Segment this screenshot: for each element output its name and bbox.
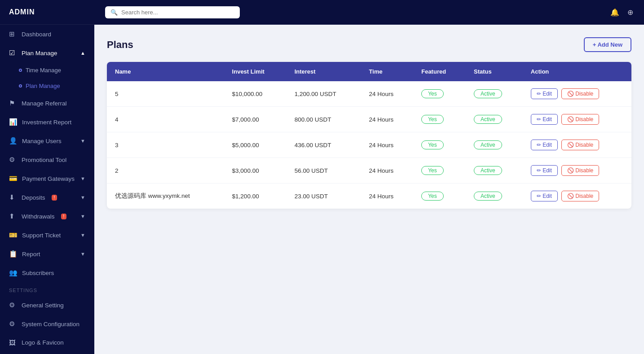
sidebar-label-logo-favicon: Logo & Favicon [22, 339, 64, 346]
sidebar-label-withdrawals: Withdrawals [22, 213, 55, 220]
action-buttons: ✏ Edit 🚫 Disable [531, 165, 623, 176]
sidebar-label-system-configuration: System Configuration [22, 321, 79, 328]
status-badge: Active [474, 115, 502, 124]
status-badge: Active [474, 89, 502, 98]
cell-action: ✏ Edit 🚫 Disable [523, 132, 631, 158]
disable-button[interactable]: 🚫 Disable [561, 140, 599, 150]
sidebar-label-payment-gateways: Payment Gateways [22, 175, 75, 182]
logo-text: ADMIN [9, 8, 35, 16]
edit-button[interactable]: ✏ Edit [531, 140, 558, 150]
search-input[interactable] [121, 9, 229, 16]
withdrawals-chevron: ▼ [80, 214, 85, 219]
disable-button[interactable]: 🚫 Disable [561, 191, 599, 201]
edit-button[interactable]: ✏ Edit [531, 165, 558, 176]
featured-badge: Yes [421, 89, 444, 98]
col-time: Time [361, 62, 414, 81]
cell-invest-limit: $1,200.00 [224, 184, 287, 209]
plans-table: Name Invest Limit Interest Time Featured… [107, 62, 631, 209]
page-title: Plans [107, 39, 133, 51]
cell-status: Active [466, 184, 523, 209]
sidebar-item-manage-referral[interactable]: ⚑ Manage Referral [0, 94, 94, 113]
search-box[interactable]: 🔍 [105, 6, 240, 18]
cell-interest: 23.00 USDT [287, 184, 361, 209]
cell-time: 24 Hours [361, 81, 414, 107]
page-header: Plans + Add New [107, 37, 631, 52]
manage-referral-icon: ⚑ [9, 99, 17, 107]
manage-users-icon: 👤 [9, 137, 18, 145]
cell-status: Active [466, 81, 523, 107]
sidebar-item-promotional-tool[interactable]: ⚙ Promotional Tool [0, 150, 94, 169]
cell-interest: 1,200.00 USDT [287, 81, 361, 107]
notification-icon[interactable]: 🔔 [610, 8, 619, 17]
edit-button[interactable]: ✏ Edit [531, 191, 558, 201]
add-new-button[interactable]: + Add New [584, 37, 631, 52]
table-body: 5 $10,000.00 1,200.00 USDT 24 Hours Yes … [107, 81, 631, 209]
sidebar-label-manage-referral: Manage Referral [22, 100, 67, 107]
sidebar-item-support-ticket[interactable]: 🎫 Support Ticket ▼ [0, 226, 94, 245]
sidebar-item-withdrawals[interactable]: ⬆ Withdrawals ! ▼ [0, 207, 94, 226]
sidebar-label-support-ticket: Support Ticket [22, 232, 61, 239]
cell-interest: 56.00 USDT [287, 158, 361, 184]
plan-manage-chevron: ▲ [80, 50, 85, 56]
general-setting-icon: ⚙ [9, 301, 17, 309]
table-row: 优选源码库 www.yxymk.net $1,200.00 23.00 USDT… [107, 184, 631, 209]
sidebar-item-investment-report[interactable]: 📊 Investment Report [0, 113, 94, 131]
sidebar-subitem-time-manage[interactable]: Time Manage [0, 62, 94, 78]
sidebar-item-plan-manage[interactable]: ☑ Plan Manage ▲ [0, 44, 94, 62]
support-ticket-chevron: ▼ [80, 232, 85, 238]
cell-featured: Yes [413, 107, 466, 132]
cell-name: 3 [107, 132, 224, 158]
sidebar-label-deposits: Deposits [22, 194, 45, 201]
disable-button[interactable]: 🚫 Disable [561, 165, 599, 176]
cell-time: 24 Hours [361, 184, 414, 209]
disable-button[interactable]: 🚫 Disable [561, 88, 599, 99]
sidebar-label-general-setting: General Setting [22, 302, 64, 309]
edit-button[interactable]: ✏ Edit [531, 114, 558, 125]
status-badge: Active [474, 140, 502, 149]
settings-section-label: SETTINGS [0, 282, 94, 296]
disable-button[interactable]: 🚫 Disable [561, 114, 599, 125]
table-row: 2 $3,000.00 56.00 USDT 24 Hours Yes Acti… [107, 158, 631, 184]
logo-favicon-icon: 🖼 [9, 339, 17, 346]
withdrawals-icon: ⬆ [9, 212, 17, 220]
plans-table-wrapper: Name Invest Limit Interest Time Featured… [107, 62, 631, 209]
cell-invest-limit: $5,000.00 [224, 132, 287, 158]
sidebar-item-subscribers[interactable]: 👥 Subscribers [0, 263, 94, 282]
sidebar-label-plan-manage: Plan Manage [22, 50, 57, 57]
featured-badge: Yes [421, 115, 444, 124]
sidebar-item-payment-gateways[interactable]: 💳 Payment Gateways ▼ [0, 169, 94, 188]
col-name: Name [107, 62, 224, 81]
sidebar-item-deposits[interactable]: ⬇ Deposits ! ▼ [0, 188, 94, 207]
deposits-chevron: ▼ [80, 195, 85, 200]
dashboard-icon: ⊞ [9, 30, 17, 38]
action-buttons: ✏ Edit 🚫 Disable [531, 140, 623, 150]
cell-time: 24 Hours [361, 107, 414, 132]
cell-featured: Yes [413, 158, 466, 184]
sidebar-subitem-plan-manage[interactable]: Plan Manage [0, 78, 94, 94]
sidebar-item-system-configuration[interactable]: ⚙ System Configuration [0, 315, 94, 333]
sidebar-item-logo-favicon[interactable]: 🖼 Logo & Favicon [0, 333, 94, 352]
topbar-right: 🔔 ⊕ [610, 8, 633, 17]
table-row: 5 $10,000.00 1,200.00 USDT 24 Hours Yes … [107, 81, 631, 107]
edit-button[interactable]: ✏ Edit [531, 88, 558, 99]
sidebar-item-manage-users[interactable]: 👤 Manage Users ▼ [0, 131, 94, 150]
col-invest-limit: Invest Limit [224, 62, 287, 81]
sidebar-logo: ADMIN [0, 0, 94, 25]
action-buttons: ✏ Edit 🚫 Disable [531, 114, 623, 125]
col-action: Action [523, 62, 631, 81]
payment-gateways-icon: 💳 [9, 175, 18, 183]
topbar-settings-icon[interactable]: ⊕ [627, 8, 633, 17]
sidebar-item-general-setting[interactable]: ⚙ General Setting [0, 296, 94, 315]
manage-users-chevron: ▼ [80, 138, 85, 144]
withdrawals-badge: ! [61, 214, 67, 219]
cell-status: Active [466, 132, 523, 158]
plan-manage-icon: ☑ [9, 49, 17, 57]
sidebar-item-dashboard[interactable]: ⊞ Dashboard [0, 25, 94, 44]
search-icon: 🔍 [110, 9, 118, 16]
sidebar-item-report[interactable]: 📋 Report ▼ [0, 245, 94, 263]
investment-report-icon: 📊 [9, 118, 18, 126]
system-configuration-icon: ⚙ [9, 320, 17, 328]
sidebar-label-report: Report [22, 251, 40, 258]
cell-invest-limit: $10,000.00 [224, 81, 287, 107]
cell-name: 优选源码库 www.yxymk.net [107, 184, 224, 209]
